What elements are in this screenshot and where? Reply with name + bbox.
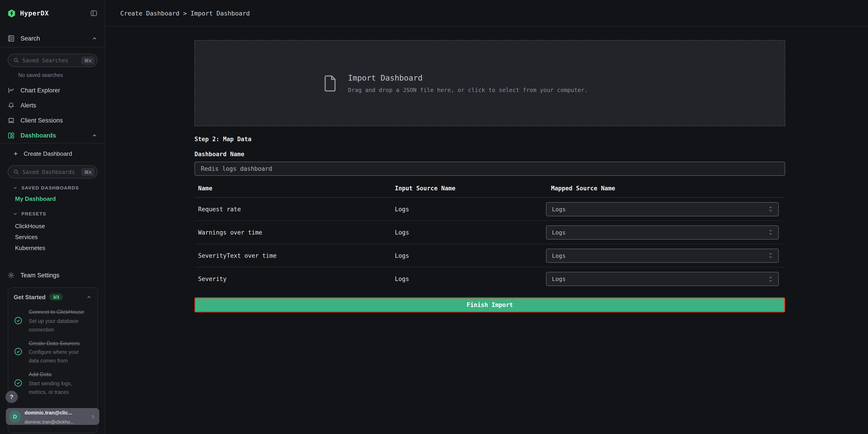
mapped-source-select[interactable]: Logs (546, 272, 779, 286)
select-chevrons-icon (767, 252, 774, 259)
divider (0, 143, 105, 144)
sidebar: HyperDX Search (0, 0, 105, 434)
main-area: Create Dashboard > Import Dashboard Impo… (106, 0, 868, 434)
sidebar-item-client-sessions[interactable]: Client Sessions (0, 113, 105, 128)
dashboard-layout-icon (7, 132, 15, 140)
help-button[interactable]: ? (5, 391, 18, 403)
chart-name-cell: Request rate (194, 206, 395, 212)
sidebar-item-search[interactable]: Search (0, 26, 105, 48)
chart-name-cell: SeverityText over time (194, 252, 395, 259)
my-dashboard-label: My Dashboard (15, 195, 56, 202)
sidebar-item-label: Search (21, 35, 86, 42)
saved-dashboards-header-label: SAVED DASHBOARDS (22, 185, 79, 190)
sidebar-item-my-dashboard[interactable]: My Dashboard (15, 193, 97, 205)
sidebar-item-alerts[interactable]: Alerts (0, 98, 105, 113)
saved-dashboards-input[interactable] (22, 169, 78, 175)
saved-searches-input[interactable] (22, 57, 78, 64)
sidebar-item-clickhouse[interactable]: ClickHouse (15, 220, 97, 231)
preset-label: Kubernetes (15, 244, 45, 251)
get-started-step-sources[interactable]: Create Data Sources Configure where your… (14, 339, 92, 365)
chevron-down-icon (13, 211, 18, 216)
json-dropzone[interactable]: Import Dashboard Drag and drop a JSON fi… (194, 40, 785, 126)
select-chevrons-icon (767, 275, 774, 283)
column-header-name: Name (194, 185, 395, 192)
preset-label: Services (15, 234, 38, 240)
dashboard-name-label: Dashboard Name (194, 151, 785, 158)
no-saved-searches-text: No saved searches (18, 72, 97, 78)
get-started-step-add-data[interactable]: Add Data Start sending logs, metrics, or… (14, 370, 92, 396)
table-header-row: Name Input Source Name Mapped Source Nam… (194, 179, 785, 198)
sidebar-item-kubernetes[interactable]: Kubernetes (15, 242, 97, 253)
logo-row: HyperDX (0, 0, 105, 26)
input-source-cell: Logs (395, 252, 546, 259)
saved-searches-searchbox[interactable]: ⌘K (8, 54, 97, 67)
check-circle-icon (14, 316, 23, 325)
get-started-step-connect[interactable]: Connect to ClickHouse Set up your databa… (14, 307, 92, 334)
step-description: Start sending logs, metrics, or traces (29, 381, 72, 395)
create-dashboard-button[interactable]: Create Dashboard (0, 146, 105, 161)
presets-header[interactable]: PRESETS (13, 211, 97, 216)
create-dashboard-label: Create Dashboard (24, 150, 72, 157)
select-chevrons-icon (767, 206, 774, 213)
input-source-cell: Logs (395, 206, 546, 212)
shortcut-badge: ⌘K (81, 168, 95, 176)
app-title: HyperDX (20, 9, 86, 17)
sidebar-item-services[interactable]: Services (15, 231, 97, 242)
shortcut-badge: ⌘K (81, 56, 95, 64)
sidebar-item-chart-explorer[interactable]: Chart Explorer (0, 83, 105, 98)
check-circle-icon (14, 378, 23, 388)
app-root: HyperDX Search (0, 0, 868, 434)
select-chevrons-icon (767, 228, 774, 236)
search-icon (13, 57, 19, 63)
sidebar-item-label: Chart Explorer (21, 87, 97, 94)
chevron-up-icon (92, 35, 97, 41)
column-header-input-source: Input Source Name (395, 185, 546, 192)
table-row: Severity Logs Logs (194, 267, 785, 290)
input-source-cell: Logs (395, 229, 546, 236)
source-mapping-table: Name Input Source Name Mapped Source Nam… (194, 179, 785, 290)
chevron-up-icon[interactable] (86, 294, 92, 300)
column-header-mapped-source: Mapped Source Name (546, 185, 785, 192)
step-2-title: Step 2: Map Data (194, 136, 785, 143)
hyperdx-logo-icon (7, 9, 16, 18)
get-started-header[interactable]: Get Started 3/3 (14, 293, 92, 301)
selected-option: Logs (552, 206, 767, 212)
mapped-source-select[interactable]: Logs (546, 225, 779, 239)
sidebar-item-label: Dashboards (21, 132, 86, 139)
chevron-down-icon (13, 185, 18, 190)
chart-name-cell: Severity (194, 276, 395, 282)
mapped-source-select[interactable]: Logs (546, 248, 779, 262)
chevron-right-icon (90, 414, 96, 419)
topbar: Create Dashboard > Import Dashboard (106, 0, 868, 26)
sidebar-item-team-settings[interactable]: Team Settings (0, 263, 105, 284)
check-circle-icon (14, 347, 23, 356)
plus-icon (13, 151, 19, 157)
gear-icon (7, 271, 15, 279)
table-row: Warnings over time Logs Logs (194, 221, 785, 244)
step-title: Create Data Sources (29, 340, 80, 346)
dropzone-subtitle: Drag and drop a JSON file here, or click… (348, 86, 588, 93)
sidebar-item-dashboards[interactable]: Dashboards (0, 128, 105, 143)
collapse-sidebar-icon[interactable] (90, 9, 97, 17)
step-description: Set up your database connection (29, 318, 79, 332)
chevron-up-icon (92, 132, 97, 138)
mapped-source-select[interactable]: Logs (546, 202, 779, 216)
sidebar-item-label: Client Sessions (21, 117, 97, 124)
laptop-icon (7, 117, 15, 124)
table-row: Request rate Logs Logs (194, 198, 785, 221)
step-title: Connect to ClickHouse (29, 309, 84, 315)
dashboard-name-input[interactable] (194, 162, 785, 176)
avatar: D (9, 410, 21, 423)
import-dashboard-content: Import Dashboard Drag and drop a JSON fi… (194, 40, 785, 312)
user-name: dominic.tran@clic... (25, 410, 72, 415)
saved-dashboards-header[interactable]: SAVED DASHBOARDS (13, 185, 97, 190)
journal-icon (7, 35, 15, 42)
user-account-chip[interactable]: D dominic.tran@clic... dominic.tran@clic… (6, 408, 99, 425)
finish-import-button[interactable]: Finish Import (194, 298, 785, 312)
team-settings-label: Team Settings (21, 272, 97, 278)
line-chart-icon (7, 87, 15, 94)
user-email: dominic.tran@clickho... (25, 419, 74, 424)
saved-dashboards-searchbox[interactable]: ⌘K (8, 165, 97, 179)
sidebar-item-label: Alerts (21, 102, 97, 109)
search-icon (13, 169, 19, 175)
